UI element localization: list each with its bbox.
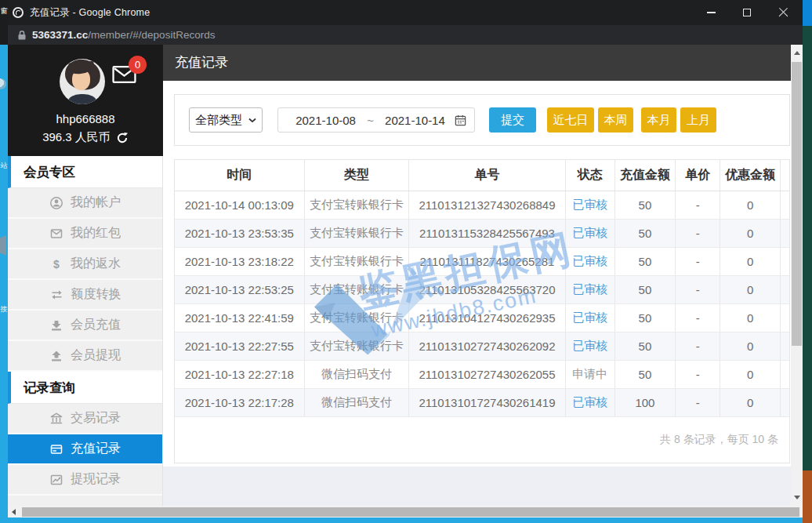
vertical-scrollbar-thumb[interactable] (792, 62, 802, 346)
user-icon (49, 196, 63, 210)
desktop-orange-fragment (803, 470, 812, 523)
url-path: /member/#/depositRecords (88, 29, 215, 41)
sidebar-item-label: 会员充值 (71, 317, 121, 333)
table-footer: 共 8 条记录，每页 10 条 (175, 417, 789, 463)
cell-price: - (676, 332, 720, 360)
cell-type: 支付宝转账银行卡 (305, 304, 410, 332)
column-header: 类型 (305, 160, 410, 191)
cell-order: 211013115328425567493 (409, 220, 565, 247)
cell-amount: 50 (615, 248, 676, 275)
clipped-column (781, 160, 789, 191)
balance-value: 396.3 人民币 (42, 130, 111, 145)
scroll-left-arrow-icon[interactable] (12, 509, 16, 515)
sidebar-item-deposit[interactable]: 会员充值 (8, 311, 162, 341)
cell-price: - (676, 361, 720, 388)
sidebar-item-chart[interactable]: 提现记录 (8, 465, 162, 496)
username: hhp666888 (8, 112, 163, 125)
quick-range-last7days-button[interactable]: 近七日 (547, 107, 594, 133)
cell-type: 支付宝转账银行卡 (305, 220, 410, 247)
sidebar-item-dollar[interactable]: $我的返水 (8, 249, 162, 280)
quick-range-thismonth-button[interactable]: 本月 (641, 107, 676, 133)
clipped-column (781, 248, 789, 275)
horizontal-scrollbar[interactable] (8, 506, 803, 518)
card-icon (49, 442, 63, 456)
table-row: 2021-10-13 22:27:18微信扫码支付211013102727430… (175, 361, 789, 389)
cell-type: 支付宝转账银行卡 (305, 332, 410, 360)
cell-status: 已审核 (566, 220, 615, 247)
cell-time: 2021-10-13 22:17:28 (175, 389, 305, 416)
cell-price: - (676, 248, 720, 275)
desktop-text-fragment: 站 (0, 161, 8, 171)
vertical-scrollbar[interactable] (791, 45, 803, 506)
refresh-icon[interactable] (116, 132, 129, 144)
site-favicon-icon (13, 7, 24, 18)
cell-time: 2021-10-13 22:53:25 (175, 276, 305, 303)
date-range-input[interactable]: 2021-10-08 ~ 2021-10-14 (277, 107, 475, 133)
bank-icon (49, 412, 63, 426)
cell-time: 2021-10-13 22:27:55 (175, 332, 305, 360)
clipped-column (781, 276, 789, 303)
date-to: 2021-10-14 (375, 114, 455, 127)
desktop-right-strip (803, 0, 812, 523)
svg-text:$: $ (53, 257, 60, 270)
table-body: 2021-10-14 00:13:09支付宝转账银行卡2110131213274… (175, 191, 789, 417)
avatar[interactable] (60, 59, 105, 104)
table-row: 2021-10-13 23:18:22支付宝转账银行卡2110131118274… (175, 248, 789, 276)
cell-order: 211013104127430262935 (409, 304, 565, 332)
sidebar-item-user[interactable]: 我的帐户 (8, 188, 162, 219)
main-area: 充值记录 全部类型 2021-10-08 ~ 2021-10-14 (163, 45, 791, 506)
scroll-down-arrow-icon[interactable] (794, 496, 800, 499)
mail-badge: 0 (129, 56, 147, 74)
sidebar-item-red-packet[interactable]: 我的红包 (8, 219, 162, 249)
window-title: 充值记录 - Google Chrome (30, 6, 150, 20)
cell-discount: 0 (720, 389, 781, 416)
desktop-text-fragment: 窗 (0, 6, 8, 16)
deposit-icon (49, 318, 63, 332)
date-from: 2021-10-08 (286, 114, 365, 127)
cell-type: 微信扫码支付 (305, 389, 410, 416)
scroll-up-arrow-icon[interactable] (794, 51, 800, 55)
sidebar-item-withdraw[interactable]: 会员提现 (8, 341, 162, 372)
maximize-button[interactable] (729, 0, 765, 25)
clipped-column (781, 389, 789, 416)
horizontal-scrollbar-thumb[interactable] (22, 507, 799, 517)
desktop-green-fragment (803, 26, 812, 470)
lower-background (163, 467, 791, 506)
table-row: 2021-10-13 22:17:28微信扫码支付211013101727430… (175, 389, 789, 417)
date-separator: ~ (365, 114, 375, 127)
sidebar-section-header: 记录查询 (8, 372, 162, 404)
cell-amount: 50 (615, 276, 676, 303)
type-select[interactable]: 全部类型 (189, 107, 263, 133)
clipped-column (781, 361, 789, 388)
cell-time: 2021-10-13 22:41:59 (175, 304, 305, 332)
sidebar-item-label: 充值记录 (71, 441, 121, 457)
table-row: 2021-10-13 22:27:55支付宝转账银行卡2110131027274… (175, 332, 789, 361)
red-packet-icon (49, 227, 63, 241)
table-row: 2021-10-13 23:53:35支付宝转账银行卡2110131153284… (175, 220, 789, 248)
sidebar-item-card[interactable]: 充值记录 (8, 434, 162, 465)
clipped-column (781, 304, 789, 332)
cell-price: - (676, 389, 720, 416)
minimize-button[interactable] (693, 0, 729, 25)
cell-time: 2021-10-14 00:13:09 (175, 191, 305, 219)
cell-status: 已审核 (566, 304, 615, 332)
titlebar: 充值记录 - Google Chrome (8, 0, 803, 25)
cell-type: 支付宝转账银行卡 (305, 248, 410, 275)
table-header-row: 时间类型单号状态充值金额单价优惠金额 (175, 160, 789, 191)
url-bar[interactable]: 5363371.cc/member/#/depositRecords (8, 25, 803, 45)
cell-order: 211013102727430262092 (409, 332, 565, 360)
sidebar-item-transfer[interactable]: 额度转换 (8, 280, 162, 311)
table-row: 2021-10-13 22:53:25支付宝转账银行卡2110131053284… (175, 276, 789, 304)
url-text: 5363371.cc/member/#/depositRecords (32, 29, 215, 41)
cell-time: 2021-10-13 23:18:22 (175, 248, 305, 275)
balance-row: 396.3 人民币 (8, 130, 163, 145)
desktop-left-strip: 窗 站 接 (0, 0, 8, 523)
cell-discount: 0 (720, 248, 781, 275)
close-button[interactable] (765, 0, 801, 25)
sidebar-menu: 会员专区我的帐户我的红包$我的返水额度转换会员充值会员提现记录查询交易记录充值记… (8, 156, 162, 496)
sidebar-item-bank[interactable]: 交易记录 (8, 404, 162, 434)
quick-range-thisweek-button[interactable]: 本周 (598, 107, 633, 133)
quick-range-lastmonth-button[interactable]: 上月 (680, 107, 716, 133)
submit-button[interactable]: 提交 (489, 107, 536, 133)
column-header: 单价 (676, 160, 720, 191)
